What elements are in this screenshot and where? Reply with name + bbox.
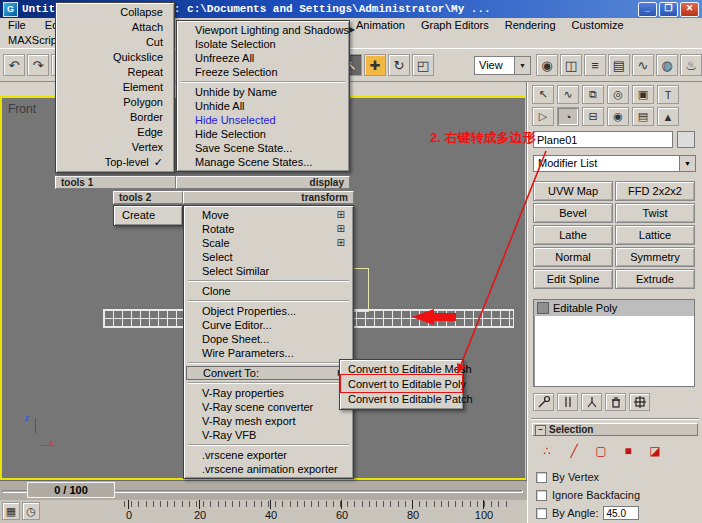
menu-item-hide-unselected[interactable]: Hide Unselected: [179, 113, 347, 127]
chevron-down-icon[interactable]: ▼: [679, 156, 695, 171]
object-color-swatch[interactable]: [677, 131, 695, 148]
menu-item-edge[interactable]: Edge: [58, 125, 172, 140]
ignore-backfacing-checkbox[interactable]: [536, 490, 547, 501]
menu-item-element[interactable]: Element: [58, 80, 172, 95]
menu-item-select-similar[interactable]: Select Similar: [186, 264, 351, 278]
menu-item-vray-properties[interactable]: V-Ray properties: [186, 386, 351, 400]
show-end-result-icon[interactable]: [557, 393, 578, 411]
settings-box-icon[interactable]: ⊞: [337, 236, 345, 250]
frame-indicator[interactable]: 0 / 100: [27, 482, 115, 498]
remove-modifier-icon[interactable]: [605, 393, 626, 411]
lattice-button[interactable]: Lattice: [615, 225, 695, 245]
time-configuration-icon[interactable]: ▦: [2, 502, 20, 520]
symmetry-button[interactable]: Symmetry: [615, 247, 695, 267]
menu-item-scale[interactable]: Scale ⊞: [186, 236, 351, 250]
curve-icon[interactable]: ∿: [557, 85, 579, 104]
menu-item-unfreeze-all[interactable]: Unfreeze All: [179, 51, 347, 65]
by-angle-checkbox[interactable]: [536, 508, 547, 519]
menu-item-unhide-by-name[interactable]: Unhide by Name: [179, 85, 347, 99]
reference-coordinate-dropdown[interactable]: View ▼: [474, 56, 531, 75]
schematic-view-icon[interactable]: ⧉: [582, 85, 604, 104]
collapse-rollout-icon[interactable]: −: [535, 425, 546, 436]
make-unique-icon[interactable]: [581, 393, 602, 411]
rings-icon[interactable]: ◎: [607, 85, 629, 104]
vertex-icon[interactable]: ∴: [536, 442, 558, 459]
by-vertex-checkbox[interactable]: [536, 472, 547, 483]
tab-display-icon[interactable]: ▤: [632, 107, 654, 126]
element-icon[interactable]: ◪: [644, 442, 666, 459]
menu-rendering[interactable]: Rendering: [497, 18, 564, 31]
menu-item-vertex[interactable]: Vertex: [58, 140, 172, 155]
menu-item-cut[interactable]: Cut: [58, 35, 172, 50]
tab-create-icon[interactable]: ▷: [532, 107, 554, 126]
menu-item-attach[interactable]: Attach: [58, 20, 172, 35]
select-arrow-icon[interactable]: ↖: [532, 85, 554, 104]
menu-item-top-level[interactable]: Top-level ✓: [58, 155, 172, 170]
menu-graph-editors[interactable]: Graph Editors: [413, 18, 497, 31]
menu-item-vrscene-animation-exporter[interactable]: .vrscene animation exporter: [186, 462, 351, 476]
menu-item-vray-vfb[interactable]: V-Ray VFB: [186, 428, 351, 442]
edit-spline-button[interactable]: Edit Spline: [533, 269, 613, 289]
ffd-2x2x2-button[interactable]: FFD 2x2x2: [615, 181, 695, 201]
menu-item-vrscene-exporter[interactable]: .vrscene exporter: [186, 448, 351, 462]
menu-item-dope-sheet[interactable]: Dope Sheet...: [186, 332, 351, 346]
select-and-move-icon[interactable]: ✚: [364, 54, 386, 76]
selection-rollout-header[interactable]: − Selection: [532, 423, 698, 436]
settings-box-icon[interactable]: ⊞: [337, 208, 345, 222]
menu-item-freeze-selection[interactable]: Freeze Selection: [179, 65, 347, 79]
box-icon[interactable]: ▣: [632, 85, 654, 104]
settings-box-icon[interactable]: ⊞: [337, 222, 345, 236]
align-icon[interactable]: ≡: [584, 54, 606, 76]
menu-item-vray-mesh-export[interactable]: V-Ray mesh export: [186, 414, 351, 428]
menu-item-convert-editable-patch[interactable]: Convert to Editable Patch: [342, 392, 461, 407]
menu-item-collapse[interactable]: Collapse: [58, 5, 172, 20]
extrude-button[interactable]: Extrude: [615, 269, 695, 289]
menu-item-wire-parameters[interactable]: Wire Parameters...: [186, 346, 351, 360]
menu-item-clone[interactable]: Clone: [186, 284, 351, 298]
tab-modify-icon[interactable]: ◔: [557, 107, 579, 126]
menu-item-convert-to[interactable]: Convert To: ▶: [186, 366, 351, 380]
menu-item-move[interactable]: Move ⊞: [186, 208, 351, 222]
menu-item-vray-scene-converter[interactable]: V-Ray scene converter: [186, 400, 351, 414]
minimize-button[interactable]: _: [638, 2, 657, 17]
tab-hierarchy-icon[interactable]: ⊟: [582, 107, 604, 126]
menu-item-isolate-selection[interactable]: Isolate Selection: [179, 37, 347, 51]
select-and-scale-icon[interactable]: ◰: [412, 54, 434, 76]
menu-customize[interactable]: Customize: [564, 18, 632, 31]
menu-item-hide-selection[interactable]: Hide Selection: [179, 127, 347, 141]
menu-item-unhide-all[interactable]: Unhide All: [179, 99, 347, 113]
tab-motion-icon[interactable]: ◉: [607, 107, 629, 126]
border-icon[interactable]: ▢: [590, 442, 612, 459]
modifier-list-dropdown[interactable]: Modifier List ▼: [533, 155, 696, 172]
key-mode-icon[interactable]: ◷: [22, 502, 40, 520]
polygon-icon[interactable]: ■: [617, 442, 639, 459]
menu-item-save-scene-state[interactable]: Save Scene State...: [179, 141, 347, 155]
menu-file[interactable]: File: [0, 18, 34, 31]
menu-item-border[interactable]: Border: [58, 110, 172, 125]
pin-stack-icon[interactable]: [533, 393, 554, 411]
stack-item-editable-poly[interactable]: Editable Poly: [534, 300, 694, 316]
menu-item-repeat[interactable]: Repeat: [58, 65, 172, 80]
viewport-label[interactable]: Front: [8, 102, 36, 116]
render-icon[interactable]: ♨: [680, 54, 702, 76]
redo-icon[interactable]: ↷: [27, 54, 49, 76]
curve-editor-icon[interactable]: ∿: [632, 54, 654, 76]
normal-button[interactable]: Normal: [533, 247, 613, 267]
undo-icon[interactable]: ↶: [3, 54, 25, 76]
menu-item-manage-scene-states[interactable]: Manage Scene States...: [179, 155, 347, 169]
menu-item-curve-editor[interactable]: Curve Editor...: [186, 318, 351, 332]
menu-item-rotate[interactable]: Rotate ⊞: [186, 222, 351, 236]
select-and-rotate-icon[interactable]: ↻: [388, 54, 410, 76]
menu-item-polygon[interactable]: Polygon: [58, 95, 172, 110]
menu-item-select[interactable]: Select: [186, 250, 351, 264]
tab-utilities-icon[interactable]: ▲: [657, 107, 679, 126]
menu-item-convert-editable-mesh[interactable]: Convert to Editable Mesh: [342, 362, 461, 377]
layer-manager-icon[interactable]: ▤: [608, 54, 630, 76]
bevel-button[interactable]: Bevel: [533, 203, 613, 223]
uvw-map-button[interactable]: UVW Map: [533, 181, 613, 201]
edge-icon[interactable]: ╱: [563, 442, 585, 459]
menu-item-object-properties[interactable]: Object Properties...: [186, 304, 351, 318]
text-icon[interactable]: T: [657, 85, 679, 104]
object-name-field[interactable]: [533, 131, 673, 148]
close-button[interactable]: ✕: [680, 2, 699, 17]
